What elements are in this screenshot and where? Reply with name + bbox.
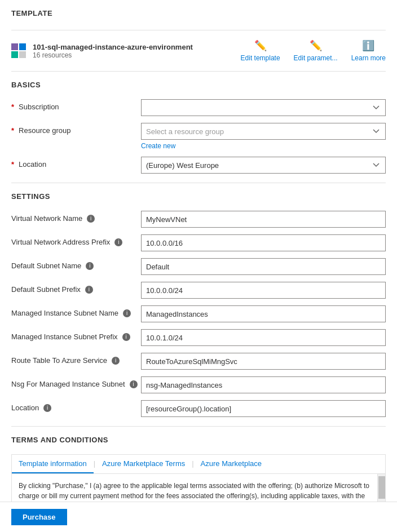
settings-label-2: Default Subnet Namei: [11, 258, 141, 270]
settings-info-icon-6[interactable]: i: [112, 357, 120, 365]
sq1: [11, 43, 18, 50]
settings-info-icon-3[interactable]: i: [85, 286, 93, 294]
settings-label-4: Managed Instance Subnet Namei: [11, 305, 141, 317]
resource-group-label: * Resource group: [11, 123, 141, 135]
location-control: (Europe) West Europe: [141, 157, 386, 174]
settings-control-5: [141, 329, 386, 346]
settings-input-3[interactable]: [141, 282, 386, 299]
terms-scrollbar-thumb: [378, 476, 385, 499]
settings-label-0: Virtual Network Namei: [11, 211, 141, 223]
tab-template-information[interactable]: Template information: [12, 455, 94, 473]
settings-info-icon-8[interactable]: i: [43, 404, 51, 412]
settings-info-icon-7[interactable]: i: [130, 380, 138, 388]
template-section-title: TEMPLATE: [11, 9, 386, 21]
resource-group-control: Select a resource group Create new: [141, 123, 386, 150]
settings-input-7[interactable]: [141, 376, 386, 393]
settings-control-4: [141, 305, 386, 322]
pencil-icon: ✏️: [254, 39, 267, 52]
settings-row-8: Locationi: [11, 400, 386, 417]
template-icon-block: 101-sql-managed-instance-azure-environme…: [11, 43, 193, 59]
settings-label-3: Default Subnet Prefixi: [11, 282, 141, 294]
settings-info-icon-5[interactable]: i: [122, 333, 130, 341]
settings-row-1: Virtual Network Address Prefixi: [11, 234, 386, 251]
location-label: * Location: [11, 157, 141, 169]
settings-input-6[interactable]: [141, 353, 386, 370]
learn-more-label: Learn more: [351, 54, 386, 62]
settings-row-6: Route Table To Azure Servicei: [11, 353, 386, 370]
edit-template-label: Edit template: [241, 54, 280, 62]
info-circle-icon: ℹ️: [362, 39, 374, 52]
sq3: [11, 51, 18, 58]
settings-control-2: [141, 258, 386, 275]
settings-control-0: [141, 211, 386, 228]
settings-section-title: SETTINGS: [11, 192, 386, 204]
settings-control-3: [141, 282, 386, 299]
settings-label-8: Locationi: [11, 400, 141, 412]
settings-control-6: [141, 353, 386, 370]
settings-section: SETTINGS Virtual Network NameiVirtual Ne…: [11, 192, 386, 417]
settings-input-1[interactable]: [141, 234, 386, 251]
settings-label-7: Nsg For Managed Instance Subneti: [11, 376, 141, 388]
edit-params-icon: ✏️: [310, 39, 322, 52]
settings-info-icon-2[interactable]: i: [86, 262, 94, 270]
settings-control-7: [141, 376, 386, 393]
terms-tabs: Template information | Azure Marketplace…: [12, 455, 385, 474]
purchase-button[interactable]: Purchase: [11, 509, 67, 525]
settings-input-0[interactable]: [141, 211, 386, 228]
settings-row-7: Nsg For Managed Instance Subneti: [11, 376, 386, 393]
template-section: TEMPLATE 101-sql-managed-instance-azure-…: [11, 9, 386, 62]
location-row: * Location (Europe) West Europe: [11, 157, 386, 174]
template-row: 101-sql-managed-instance-azure-environme…: [11, 39, 386, 62]
sq4: [19, 51, 26, 58]
settings-row-5: Managed Instance Subnet Prefixi: [11, 329, 386, 346]
edit-params-button[interactable]: ✏️ Edit paramet...: [294, 39, 338, 62]
location-required-star: *: [11, 160, 14, 169]
settings-row-0: Virtual Network Namei: [11, 211, 386, 228]
template-squares-icon: [11, 43, 26, 58]
template-actions: ✏️ Edit template ✏️ Edit paramet... ℹ️ L…: [241, 39, 386, 62]
learn-more-button[interactable]: ℹ️ Learn more: [351, 39, 386, 62]
basics-section-title: BASICS: [11, 81, 386, 92]
settings-info-icon-0[interactable]: i: [87, 215, 95, 223]
app-name: 101-sql-managed-instance-azure-environme…: [33, 43, 193, 51]
subscription-required-star: *: [11, 103, 14, 111]
settings-row-4: Managed Instance Subnet Namei: [11, 305, 386, 322]
subscription-row: * Subscription: [11, 99, 386, 116]
resource-group-row: * Resource group Select a resource group…: [11, 123, 386, 150]
tab-azure-marketplace-terms[interactable]: Azure Marketplace Terms: [95, 455, 192, 473]
subscription-control: [141, 99, 386, 116]
terms-section-title: TERMS AND CONDITIONS: [11, 436, 386, 447]
edit-template-button[interactable]: ✏️ Edit template: [241, 39, 280, 62]
settings-info-icon-4[interactable]: i: [123, 309, 131, 317]
subscription-label: * Subscription: [11, 99, 141, 111]
template-info: 101-sql-managed-instance-azure-environme…: [33, 43, 193, 59]
settings-control-8: [141, 400, 386, 417]
settings-label-6: Route Table To Azure Servicei: [11, 353, 141, 365]
location-select[interactable]: (Europe) West Europe: [141, 157, 386, 174]
edit-params-label: Edit paramet...: [294, 54, 338, 62]
resource-group-required-star: *: [11, 126, 14, 135]
resources-count: 16 resources: [33, 51, 193, 59]
sq2: [19, 43, 26, 50]
create-new-link[interactable]: Create new: [141, 142, 175, 150]
subscription-select[interactable]: [141, 99, 386, 116]
settings-control-1: [141, 234, 386, 251]
settings-row-2: Default Subnet Namei: [11, 258, 386, 275]
settings-input-2[interactable]: [141, 258, 386, 275]
tab-azure-marketplace[interactable]: Azure Marketplace: [194, 455, 268, 473]
basics-section: BASICS * Subscription * Resource group S…: [11, 81, 386, 174]
resource-group-select[interactable]: Select a resource group: [141, 123, 386, 140]
footer-bar: Purchase: [0, 502, 397, 532]
settings-row-3: Default Subnet Prefixi: [11, 282, 386, 299]
settings-label-1: Virtual Network Address Prefixi: [11, 234, 141, 246]
settings-info-icon-1[interactable]: i: [114, 238, 122, 246]
settings-label-5: Managed Instance Subnet Prefixi: [11, 329, 141, 341]
settings-input-5[interactable]: [141, 329, 386, 346]
settings-fields-container: Virtual Network NameiVirtual Network Add…: [11, 211, 386, 417]
settings-input-8[interactable]: [141, 400, 386, 417]
settings-input-4[interactable]: [141, 305, 386, 322]
